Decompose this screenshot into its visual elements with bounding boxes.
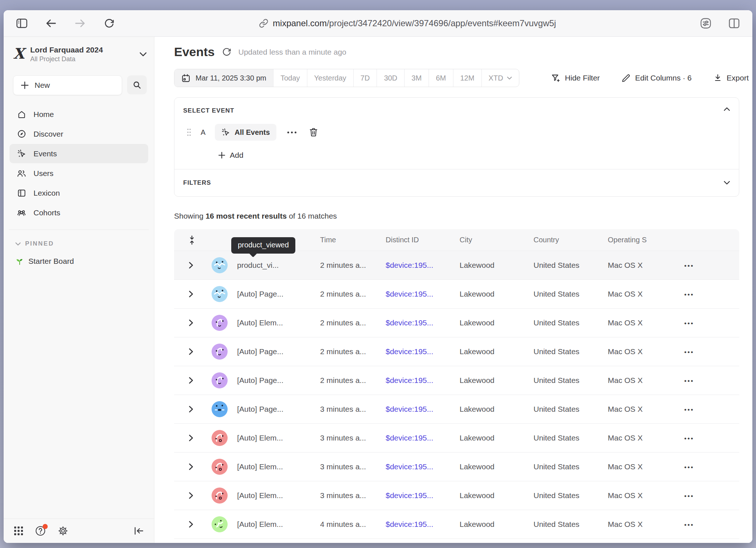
distinct-id-link[interactable]: $device:195... <box>386 434 460 442</box>
expand-row-icon[interactable] <box>189 463 202 470</box>
settings-gear-icon[interactable] <box>58 525 68 536</box>
table-row[interactable]: [Auto] Elem... 3 minutes a... $device:19… <box>174 481 739 510</box>
distinct-id-link[interactable]: $device:195... <box>386 376 460 385</box>
range-6m-button[interactable]: 6M <box>429 69 453 87</box>
table-row[interactable]: [Auto] Elem... 4 minutes a... $device:19… <box>174 510 739 539</box>
url-bar[interactable]: mixpanel.com/project/3472420/view/397469… <box>273 18 556 28</box>
table-row[interactable] <box>174 539 739 543</box>
distinct-id-link[interactable]: $device:195... <box>386 520 460 529</box>
apps-grid-icon[interactable] <box>14 526 23 536</box>
event-country: United States <box>533 520 608 529</box>
page-settings-icon[interactable] <box>698 15 714 31</box>
home-icon <box>17 110 26 119</box>
expand-row-icon[interactable] <box>189 319 202 326</box>
row-options-button[interactable]: ••• <box>684 435 694 442</box>
collapse-sidebar-icon[interactable] <box>134 527 144 535</box>
range-7d-button[interactable]: 7D <box>353 69 377 87</box>
add-event-button[interactable]: Add <box>218 149 730 161</box>
back-button[interactable] <box>43 15 59 31</box>
range-yesterday-button[interactable]: Yesterday <box>307 69 353 87</box>
column-header-distinct-id[interactable]: Distinct ID <box>386 236 460 244</box>
help-button[interactable] <box>35 525 46 536</box>
browser-window: mixpanel.com/project/3472420/view/397469… <box>4 10 752 543</box>
collapse-all-rows-icon[interactable] <box>189 235 202 245</box>
expand-row-icon[interactable] <box>189 406 202 413</box>
range-xtd-dropdown[interactable]: XTD <box>481 69 519 87</box>
sidebar-item-events[interactable]: Events <box>9 144 148 163</box>
collapse-section-icon[interactable] <box>724 107 730 111</box>
sidebar-item-cohorts[interactable]: Cohorts <box>9 203 148 222</box>
refresh-button[interactable] <box>101 15 117 31</box>
range-3m-button[interactable]: 3M <box>404 69 429 87</box>
table-row[interactable]: [Auto] Page... 2 minutes a... $device:19… <box>174 279 739 308</box>
split-view-icon[interactable] <box>726 15 742 31</box>
row-options-button[interactable]: ••• <box>684 406 694 413</box>
event-country: United States <box>533 376 608 385</box>
expand-row-icon[interactable] <box>189 348 202 355</box>
chevron-down-icon <box>15 242 21 246</box>
row-options-button[interactable]: ••• <box>684 349 694 356</box>
drag-handle-icon[interactable] <box>187 128 191 137</box>
pinned-section-header[interactable]: PINNED <box>15 240 154 247</box>
hide-filter-button[interactable]: Hide Filter <box>551 73 600 83</box>
table-row[interactable]: product_vi... 2 minutes a... $device:195… <box>174 251 739 279</box>
refresh-results-icon[interactable] <box>222 47 231 56</box>
event-country: United States <box>533 462 608 471</box>
expand-row-icon[interactable] <box>189 262 202 269</box>
row-options-button[interactable]: ••• <box>684 521 694 528</box>
event-name: [Auto] Elem... <box>237 434 320 442</box>
sidebar-item-lexicon[interactable]: Lexicon <box>9 183 148 203</box>
column-header-time[interactable]: Time <box>320 236 386 244</box>
event-options-button[interactable] <box>284 129 299 136</box>
sidebar-item-starter-board[interactable]: Starter Board <box>15 257 154 266</box>
event-avatar-icon <box>212 372 228 388</box>
column-header-city[interactable]: City <box>460 236 533 244</box>
distinct-id-link[interactable]: $device:195... <box>386 290 460 298</box>
distinct-id-link[interactable]: $device:195... <box>386 318 460 327</box>
row-options-button[interactable]: ••• <box>684 377 694 384</box>
column-header-os[interactable]: Operating S <box>608 236 682 244</box>
edit-columns-button[interactable]: Edit Columns · 6 <box>622 74 692 83</box>
row-options-button[interactable]: ••• <box>684 464 694 471</box>
event-os: Mac OS X <box>608 376 682 385</box>
distinct-id-link[interactable]: $device:195... <box>386 462 460 471</box>
row-options-button[interactable]: ••• <box>684 291 694 298</box>
row-options-button[interactable]: ••• <box>684 262 694 269</box>
distinct-id-link[interactable]: $device:195... <box>386 261 460 270</box>
table-row[interactable]: [Auto] Page... 2 minutes a... $device:19… <box>174 337 739 366</box>
forward-button[interactable] <box>72 15 88 31</box>
sidebar-item-users[interactable]: Users <box>9 164 148 183</box>
expand-row-icon[interactable] <box>189 290 202 298</box>
range-12m-button[interactable]: 12M <box>453 69 481 87</box>
search-button[interactable] <box>127 75 147 94</box>
new-button[interactable]: New <box>13 75 122 95</box>
expand-row-icon[interactable] <box>189 492 202 499</box>
distinct-id-link[interactable]: $device:195... <box>386 491 460 500</box>
export-button[interactable]: Export <box>713 74 749 82</box>
table-row[interactable]: [Auto] Page... 3 minutes a... $device:19… <box>174 395 739 423</box>
sidebar-toggle-icon[interactable] <box>14 15 30 31</box>
table-row[interactable]: [Auto] Elem... 2 minutes a... $device:19… <box>174 308 739 337</box>
sidebar-item-home[interactable]: Home <box>9 105 148 124</box>
expand-row-icon[interactable] <box>189 377 202 384</box>
event-selector-button[interactable]: All Events <box>215 124 276 141</box>
search-icon <box>133 81 141 89</box>
column-header-country[interactable]: Country <box>533 236 608 244</box>
expand-row-icon[interactable] <box>189 434 202 442</box>
table-row[interactable]: [Auto] Page... 2 minutes a... $device:19… <box>174 366 739 395</box>
range-today-button[interactable]: Today <box>273 69 307 87</box>
project-name: Lord Farquaad 2024 <box>30 46 134 54</box>
distinct-id-link[interactable]: $device:195... <box>386 347 460 356</box>
expand-row-icon[interactable] <box>189 521 202 528</box>
sidebar-item-discover[interactable]: Discover <box>9 124 148 144</box>
expand-section-icon[interactable] <box>724 181 730 185</box>
table-row[interactable]: [Auto] Elem... 3 minutes a... $device:19… <box>174 423 739 452</box>
row-options-button[interactable]: ••• <box>684 320 694 327</box>
trash-icon[interactable] <box>309 127 318 137</box>
date-picker-button[interactable]: Mar 11, 2025 3:30 pm <box>174 69 273 87</box>
project-switcher[interactable]: X Lord Farquaad 2024 All Project Data <box>13 46 147 63</box>
range-30d-button[interactable]: 30D <box>377 69 404 87</box>
distinct-id-link[interactable]: $device:195... <box>386 405 460 414</box>
row-options-button[interactable]: ••• <box>684 493 694 500</box>
table-row[interactable]: [Auto] Elem... 3 minutes a... $device:19… <box>174 452 739 481</box>
